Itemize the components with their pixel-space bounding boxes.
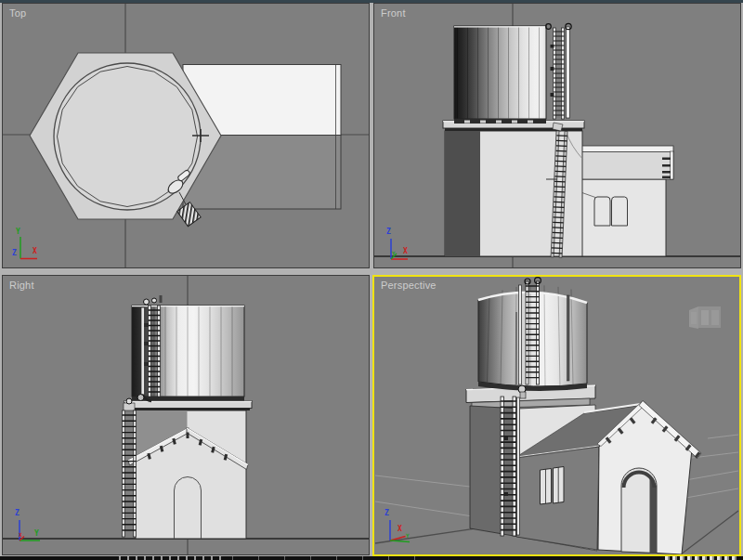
trackbar-ticks <box>119 556 226 560</box>
tank-cornice-right[interactable] <box>124 401 252 411</box>
water-tank-front[interactable] <box>454 26 546 124</box>
tower-base-right[interactable] <box>136 410 246 539</box>
viewport-right[interactable] <box>2 275 370 555</box>
trackbar-ticks <box>665 556 739 560</box>
viewport-top-canvas[interactable] <box>3 4 369 267</box>
clipped-trackbar-strip <box>0 556 743 560</box>
house-door-perspective[interactable] <box>621 468 657 553</box>
ghost-box-object[interactable] <box>689 306 721 329</box>
viewport-top[interactable] <box>2 3 370 268</box>
viewport-quad-layout: Top Front Right Perspective Y X Z Z X Y … <box>0 0 743 560</box>
viewport-front-canvas[interactable] <box>374 4 740 267</box>
viewport-front[interactable] <box>373 3 741 268</box>
viewport-perspective[interactable] <box>372 275 741 556</box>
viewport-right-canvas[interactable] <box>3 276 369 554</box>
viewport-perspective-canvas[interactable] <box>374 277 739 554</box>
water-tank-perspective[interactable] <box>478 285 587 391</box>
trackbar-ticks <box>232 556 427 560</box>
